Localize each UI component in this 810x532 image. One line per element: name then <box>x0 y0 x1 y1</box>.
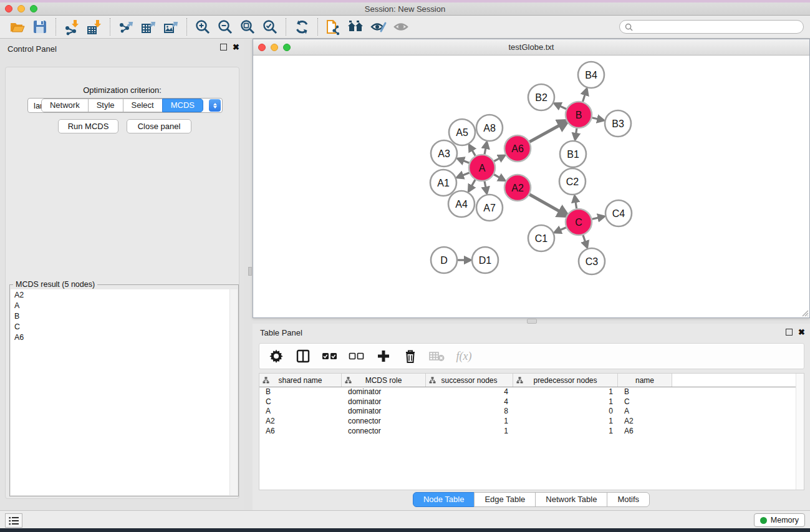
tab-network[interactable]: Network <box>41 99 89 112</box>
delete-column-trash-icon[interactable] <box>400 346 421 366</box>
table-cell[interactable]: dominator <box>342 397 426 407</box>
mcds-result-list[interactable]: A2ABCA6 <box>11 289 238 495</box>
tab-node-table[interactable]: Node Table <box>413 492 475 507</box>
graph-node-A5[interactable]: A5 <box>449 119 475 145</box>
table-cell[interactable]: B <box>259 387 342 397</box>
table-settings-gear-icon[interactable] <box>266 346 287 366</box>
memory-button[interactable]: Memory <box>754 513 805 527</box>
graph-node-A2[interactable]: A2 <box>504 175 531 201</box>
zoom-in-icon[interactable] <box>191 17 214 36</box>
edge-B-B1[interactable] <box>576 128 577 136</box>
table-cell[interactable]: 8 <box>426 407 513 417</box>
table-cell[interactable]: 0 <box>513 407 618 417</box>
import-table-icon[interactable] <box>83 17 105 36</box>
graph-node-A6[interactable]: A6 <box>504 135 531 162</box>
table-cell[interactable]: A2 <box>259 417 342 427</box>
graph-node-A4[interactable]: A4 <box>448 191 475 217</box>
close-panel-button[interactable]: Close panel <box>127 119 191 133</box>
refresh-icon[interactable] <box>291 17 313 36</box>
table-scrollbar[interactable] <box>796 374 804 490</box>
task-history-button[interactable] <box>5 513 22 528</box>
zoom-out-icon[interactable] <box>214 17 236 36</box>
graph-node-C2[interactable]: C2 <box>559 168 586 195</box>
table-cell[interactable]: 1 <box>513 387 618 397</box>
table-cell[interactable]: A2 <box>618 417 672 427</box>
table-cell[interactable]: dominator <box>342 387 426 397</box>
vertical-split-grip[interactable] <box>248 267 252 276</box>
graph-node-A[interactable]: A <box>469 155 495 181</box>
result-item[interactable]: B <box>11 311 238 321</box>
edge-A-A5[interactable] <box>471 148 476 156</box>
column-header-MCDS-role[interactable]: MCDS role <box>342 374 426 387</box>
export-table-icon[interactable] <box>137 17 160 36</box>
edge-A-A3[interactable] <box>461 160 469 163</box>
table-cell[interactable]: connector <box>342 427 426 437</box>
column-header-shared-name[interactable]: shared name <box>259 374 342 387</box>
table-row[interactable]: Cdominator41C <box>259 397 804 407</box>
hide-panels-icon[interactable] <box>367 17 390 36</box>
node-table[interactable]: shared nameMCDS rolesuccessor nodesprede… <box>259 373 804 490</box>
table-cell[interactable]: A6 <box>259 427 342 437</box>
edge-B-B2[interactable] <box>558 105 566 109</box>
edge-A-A1[interactable] <box>461 173 470 176</box>
edge-B-B4[interactable] <box>583 93 586 102</box>
table-row[interactable]: A2connector11A2 <box>259 417 804 427</box>
search-input[interactable] <box>636 22 798 31</box>
edge-B-B3[interactable] <box>592 118 599 120</box>
table-cell[interactable]: 1 <box>513 397 618 407</box>
table-cell[interactable]: A6 <box>618 427 672 437</box>
table-cell[interactable]: 4 <box>426 397 513 407</box>
graph-node-A1[interactable]: A1 <box>430 170 456 196</box>
table-cell[interactable]: C <box>618 397 672 407</box>
table-cell[interactable]: 1 <box>513 427 618 437</box>
column-header-predecessor-nodes[interactable]: predecessor nodes <box>513 374 618 387</box>
table-cell[interactable]: 4 <box>426 387 513 397</box>
select-all-columns-icon[interactable] <box>319 346 340 366</box>
table-cell[interactable]: A <box>618 407 672 417</box>
table-row[interactable]: Bdominator41B <box>259 387 804 397</box>
import-network-icon[interactable] <box>60 17 83 36</box>
close-panel-icon[interactable]: ✖ <box>233 44 239 51</box>
tab-edge-table[interactable]: Edge Table <box>474 492 536 507</box>
save-session-icon[interactable] <box>29 17 51 36</box>
graph-node-C[interactable]: C <box>566 209 592 235</box>
zoom-selected-icon[interactable] <box>259 17 281 36</box>
home-networks-icon[interactable] <box>345 17 367 36</box>
table-cell[interactable]: C <box>259 397 342 407</box>
edge-A-A2[interactable] <box>494 175 501 179</box>
export-network-icon[interactable] <box>115 17 137 36</box>
result-item[interactable]: A6 <box>11 332 238 342</box>
column-header-successor-nodes[interactable]: successor nodes <box>426 374 513 387</box>
toggle-column-view-icon[interactable] <box>292 346 314 366</box>
graph-node-B4[interactable]: B4 <box>578 62 604 88</box>
edge-A-A6[interactable] <box>494 157 501 161</box>
network-window-titlebar[interactable]: testGlobe.txt <box>253 39 809 56</box>
graph-node-C1[interactable]: C1 <box>528 225 554 251</box>
graph-node-A8[interactable]: A8 <box>476 115 503 141</box>
graph-node-B3[interactable]: B3 <box>605 110 631 137</box>
tab-motifs[interactable]: Motifs <box>607 492 650 507</box>
column-header-name[interactable]: name <box>618 374 672 387</box>
result-item[interactable]: A <box>11 300 238 311</box>
deselect-all-columns-icon[interactable] <box>346 346 367 366</box>
graph-node-C3[interactable]: C3 <box>579 248 605 274</box>
tab-style[interactable]: Style <box>88 99 123 112</box>
graph-node-B[interactable]: B <box>566 102 592 128</box>
table-cell[interactable]: dominator <box>342 407 426 417</box>
horizontal-split-grip[interactable] <box>527 319 537 324</box>
graph-node-B2[interactable]: B2 <box>528 84 554 110</box>
edge-A-A8[interactable] <box>485 146 486 154</box>
float-panel-icon[interactable] <box>220 44 227 51</box>
graph-node-D1[interactable]: D1 <box>472 247 498 273</box>
graph-node-A7[interactable]: A7 <box>476 195 503 221</box>
graph-node-C4[interactable]: C4 <box>605 200 632 226</box>
show-hide-eye-icon[interactable] <box>390 17 412 36</box>
table-cell[interactable]: 1 <box>426 427 513 437</box>
table-row[interactable]: Adominator80A <box>259 407 804 417</box>
edge-A-A7[interactable] <box>485 181 486 190</box>
result-scrollbar[interactable] <box>229 289 238 495</box>
result-item[interactable]: C <box>11 321 238 332</box>
run-mcds-button[interactable]: Run MCDS <box>58 119 118 133</box>
edge-A6-B[interactable] <box>529 123 562 142</box>
table-cell[interactable]: A <box>259 407 342 417</box>
